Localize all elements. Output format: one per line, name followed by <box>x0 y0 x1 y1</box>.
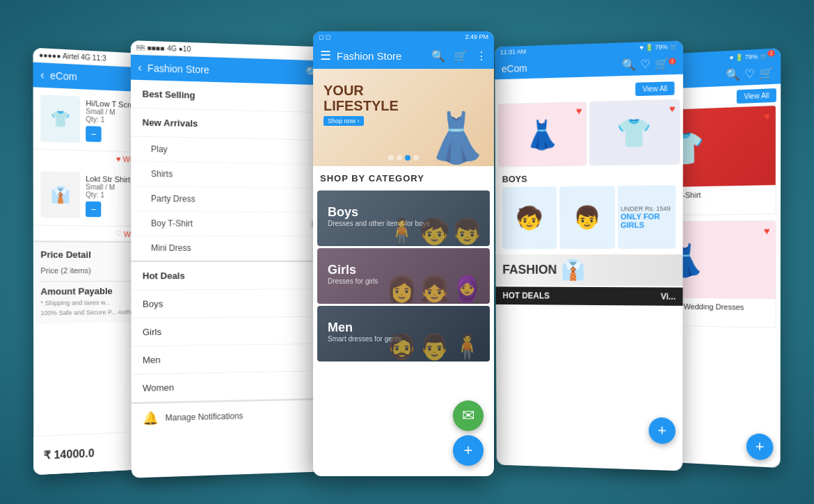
search-icon[interactable]: 🔍 <box>431 49 445 63</box>
r1-under-price: UNDER Rs. 1549 <box>621 205 673 213</box>
menu-boy-tshirt[interactable]: Boy T-Shirt <box>131 211 325 237</box>
shop-by-category-label: SHOP BY CATEGORY <box>313 166 494 190</box>
r1-fashion-figure: 👔 <box>561 259 585 282</box>
dot-2 <box>397 155 402 161</box>
hero-figure: 👗 <box>426 109 487 166</box>
r1-hot-deals-bar: HOT DEALS Vi... <box>496 286 683 306</box>
girls-desc: Dresses for girls <box>328 277 378 285</box>
main-app-icons: 🔍 🛒 ⋮ <box>431 49 487 63</box>
more-icon[interactable]: ⋮ <box>476 49 487 63</box>
r1-fashion-promo: FASHION 👔 <box>495 254 683 286</box>
r2-heart-1: ♥ <box>764 111 770 122</box>
menu-mini-dress[interactable]: Mini Dress <box>131 236 325 261</box>
r2-view-all-btn[interactable]: View All <box>737 88 776 104</box>
phone-main: ◻ ◻ 2:49 PM ☰ Fashion Store 🔍 🛒 ⋮ YOURLI… <box>313 31 494 476</box>
main-status-icons: ◻ ◻ <box>319 33 330 40</box>
r1-fab-plus[interactable]: + <box>648 417 676 444</box>
menu-back-icon[interactable]: ‹ <box>138 61 142 74</box>
r1-boy-img-1: 🧒 <box>502 186 557 249</box>
back-icon[interactable]: ‹ <box>40 68 45 81</box>
r1-app-title: eCom <box>502 59 618 74</box>
r1-product-img-1: 👗 <box>498 102 586 166</box>
r1-boys-section: BOYS 🧒 👦 UNDER Rs. 1549 ONLY FOR GIRLS <box>495 168 683 253</box>
menu-girls[interactable]: Girls <box>131 317 326 347</box>
main-app-title: Fashion Store <box>337 50 426 62</box>
r1-battery: ♥ 🔋 79% 🛒 <box>639 43 677 51</box>
phone-menu: ⎘⎘ ■■■■ 4G ●10 ‹ Fashion Store 🔍 Best Se… <box>131 40 326 478</box>
cart-item-2-image: 👔 <box>40 171 80 218</box>
r1-time: 11:31 AM <box>500 48 526 56</box>
dot-3-active <box>405 155 410 161</box>
banner-dots <box>388 155 419 161</box>
hero-title: YOURLIFESTYLE <box>324 83 399 113</box>
qty-minus-1[interactable]: − <box>86 126 101 142</box>
menu-new-arrivals[interactable]: New Arrivals <box>131 108 326 140</box>
category-men[interactable]: Men Smart dresses for gents. 🧔 👨 🧍 <box>317 306 490 361</box>
r2-battery: ♥ 🔋 79% 🛒2 <box>730 51 775 62</box>
hero-text: YOURLIFESTYLE Shop now › <box>324 83 399 126</box>
men-figures: 🧔 👨 🧍 <box>378 306 490 361</box>
r2-fab-plus[interactable]: + <box>747 433 774 461</box>
bell-icon: 🔔 <box>143 410 158 426</box>
r1-search-icon[interactable]: 🔍 <box>622 58 636 72</box>
boys-figures: 🧍 🧒 👦 <box>378 190 490 246</box>
r1-product-img-2: 👕 <box>589 100 680 165</box>
boy-fig-2: 🧒 <box>419 217 450 246</box>
qty-minus-2[interactable]: − <box>86 201 101 217</box>
cart-status-text: ●●●●● Airtel 4G 11:3 <box>39 51 106 62</box>
r1-product-grid: View All ♥ 👗 ♥ 👕 <box>495 74 683 170</box>
menu-men[interactable]: Men <box>131 344 325 375</box>
r1-boys-label: BOYS <box>502 174 527 184</box>
girl-fig-3: 🧕 <box>452 275 483 304</box>
shop-now-btn[interactable]: Shop now › <box>324 116 364 126</box>
menu-boys[interactable]: Boys <box>131 289 325 318</box>
r1-product-card-1[interactable]: ♥ 👗 <box>497 101 586 168</box>
boy-fig-1: 🧍 <box>386 217 417 246</box>
phone-right1: 11:31 AM ♥ 🔋 79% 🛒 eCom 🔍 ♡ 🛒2 View All … <box>495 40 683 471</box>
notifications-label: Manage Notifications <box>166 411 244 423</box>
hero-banner[interactable]: YOURLIFESTYLE Shop now › 👗 <box>313 69 494 166</box>
girls-label: Girls Dresses for girls <box>328 263 378 285</box>
r1-wishlist-icon[interactable]: ♡ <box>640 57 650 71</box>
menu-play[interactable]: Play <box>131 137 326 165</box>
menu-shirts[interactable]: Shirts <box>131 161 326 188</box>
category-girls[interactable]: Girls Dresses for girls 👩 👧 🧕 <box>317 248 490 304</box>
dot-4 <box>413 155 419 161</box>
r1-hot-deals-label: HOT DEALS <box>502 291 550 300</box>
r1-product-card-2[interactable]: ♥ 👕 <box>589 99 680 166</box>
heart-outline-icon: ♡ <box>115 229 122 238</box>
hamburger-icon[interactable]: ☰ <box>320 48 331 63</box>
r1-top-products: ♥ 👗 ♥ 👕 <box>497 99 680 168</box>
add-fab-button[interactable]: + <box>453 435 484 466</box>
main-app-bar: ☰ Fashion Store 🔍 🛒 ⋮ <box>313 42 494 69</box>
category-boys[interactable]: Boys Dresses and other items for boys 🧍 … <box>317 190 490 246</box>
menu-hot-deals[interactable]: Hot Deals <box>131 261 325 291</box>
main-status-time: 2:49 PM <box>465 33 488 40</box>
r1-boys-images: 🧒 👦 UNDER Rs. 1549 ONLY FOR GIRLS <box>502 185 676 249</box>
man-fig-3: 🧍 <box>452 332 483 361</box>
r1-heart-1: ♥ <box>576 105 582 116</box>
r1-view-all-btn[interactable]: View All <box>635 81 674 96</box>
menu-signal: 4G ●10 <box>167 44 191 53</box>
cart-icon[interactable]: 🛒 <box>454 49 468 63</box>
r2-search-icon[interactable]: 🔍 <box>726 67 740 82</box>
r1-boys-header: BOYS <box>502 172 676 184</box>
menu-manage-notifications[interactable]: 🔔 Manage Notifications <box>131 398 325 433</box>
r1-view-more[interactable]: Vi... <box>661 292 676 302</box>
man-fig-1: 🧔 <box>386 332 417 361</box>
boy-fig-3: 👦 <box>452 217 483 246</box>
menu-party-dress[interactable]: Party Dress <box>131 186 326 213</box>
man-fig-2: 👨 <box>419 332 450 361</box>
menu-women[interactable]: Women <box>131 371 325 403</box>
r2-cart-icon[interactable]: 🛒 <box>759 66 774 81</box>
r1-only-girls: ONLY FOR GIRLS <box>621 212 673 229</box>
r2-wishlist-icon[interactable]: ♡ <box>744 67 755 81</box>
email-fab-button[interactable]: ✉ <box>453 400 484 431</box>
r2-heart-2: ♥ <box>764 225 770 236</box>
r1-cart-icon[interactable]: 🛒2 <box>655 56 676 70</box>
cart-item-1-image: 👕 <box>40 95 80 143</box>
girls-figures: 👩 👧 🧕 <box>378 248 490 304</box>
main-status-bar: ◻ ◻ 2:49 PM <box>313 31 494 42</box>
r1-heart-2: ♥ <box>669 103 676 115</box>
menu-best-selling[interactable]: Best Selling <box>131 80 326 113</box>
